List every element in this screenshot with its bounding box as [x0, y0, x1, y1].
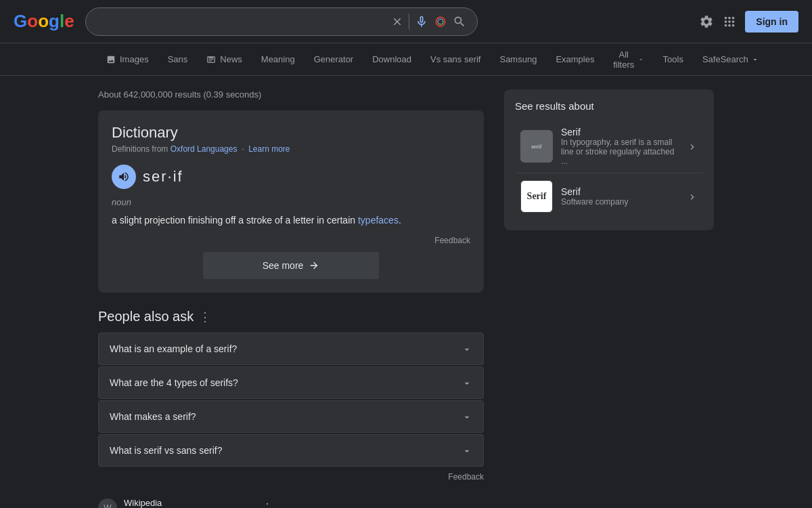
- sidebar-thumb-typography: serif: [520, 130, 553, 163]
- phonetic-text: ser·if: [143, 168, 183, 186]
- sidebar-chevron-0: [687, 140, 698, 152]
- search-divider: [409, 14, 409, 30]
- nav-right-controls: All filters Tools SafeSearch: [605, 45, 765, 74]
- sidebar-sub-software: Software company: [561, 197, 679, 207]
- paa-chevron-2: [461, 410, 472, 423]
- apps-button[interactable]: [722, 14, 737, 29]
- sidebar-chevron-1: [687, 190, 698, 203]
- sidebar-thumb-software: Serif: [520, 180, 553, 213]
- oxford-languages-link[interactable]: Oxford Languages: [171, 144, 238, 154]
- see-results-card: See results about serif Serif In typogra…: [504, 89, 714, 230]
- paa-feedback-row: Feedback: [98, 472, 484, 482]
- wiki-menu-button[interactable]: ⋮: [261, 501, 273, 508]
- nav-tabs: Images Sans News Meaning Generator Downl…: [0, 43, 812, 76]
- wiki-source-row: W Wikipedia https://en.wikipedia.org › w…: [98, 498, 484, 508]
- sidebar: See results about serif Serif In typogra…: [504, 89, 714, 508]
- header-right: Sign in: [699, 11, 798, 33]
- sidebar-info-typography: Serif In typography, a serif is a small …: [561, 127, 679, 166]
- tools-button[interactable]: Tools: [656, 50, 690, 68]
- paa-item-1[interactable]: What are the 4 types of serifs?: [98, 366, 484, 399]
- header: Google serif Sign in: [0, 0, 812, 43]
- dictionary-title: Dictionary: [112, 124, 470, 142]
- wiki-favicon: W: [98, 499, 117, 508]
- word-type: noun: [112, 197, 470, 207]
- safesearch-button[interactable]: SafeSearch: [696, 50, 766, 68]
- sidebar-item-serif-software[interactable]: Serif Serif Software company: [515, 173, 703, 219]
- results-count: About 642,000,000 results (0.39 seconds): [98, 89, 484, 100]
- paa-feedback-link[interactable]: Feedback: [448, 472, 484, 482]
- sidebar-sub-typography: In typography, a serif is a small line o…: [561, 137, 679, 166]
- wikipedia-result: W Wikipedia https://en.wikipedia.org › w…: [98, 498, 484, 508]
- learn-more-link[interactable]: Learn more: [248, 144, 290, 154]
- paa-item-2[interactable]: What makes a serif?: [98, 400, 484, 433]
- clear-button[interactable]: [391, 16, 403, 28]
- paa-menu-button[interactable]: ⋮: [199, 310, 211, 324]
- dictionary-card: Dictionary Definitions from Oxford Langu…: [98, 110, 484, 293]
- sidebar-name-software: Serif: [561, 186, 679, 197]
- tab-vs-sans-serif[interactable]: Vs sans serif: [422, 49, 489, 70]
- typefaces-link[interactable]: typefaces: [358, 215, 399, 226]
- sidebar-name-typography: Serif: [561, 127, 679, 137]
- dictionary-source: Definitions from Oxford Languages · Lear…: [112, 144, 470, 154]
- tab-sans[interactable]: Sans: [160, 49, 196, 70]
- paa-chevron-3: [461, 444, 472, 457]
- settings-button[interactable]: [699, 14, 714, 29]
- paa-chevron-1: [461, 377, 472, 389]
- wiki-site-name: Wikipedia: [124, 498, 252, 508]
- tab-generator[interactable]: Generator: [306, 49, 362, 70]
- definition-text: a slight projection finishing off a stro…: [112, 213, 470, 228]
- all-filters-button[interactable]: All filters: [605, 45, 650, 74]
- tab-download[interactable]: Download: [364, 49, 420, 70]
- paa-header: People also ask ⋮: [98, 309, 484, 324]
- paa-title: People also ask: [98, 309, 194, 324]
- people-also-ask-section: People also ask ⋮ What is an example of …: [98, 309, 484, 482]
- google-logo[interactable]: Google: [14, 11, 74, 32]
- see-more-button[interactable]: See more: [203, 252, 379, 279]
- pronunciation-row: ser·if: [112, 165, 470, 189]
- lens-button[interactable]: [434, 15, 447, 28]
- search-submit-button[interactable]: [453, 15, 466, 28]
- tab-meaning[interactable]: Meaning: [253, 49, 303, 70]
- voice-search-button[interactable]: [415, 15, 428, 28]
- paa-item-3[interactable]: What is serif vs sans serif?: [98, 434, 484, 467]
- see-results-title: See results about: [515, 100, 703, 112]
- paa-item-0[interactable]: What is an example of a serif?: [98, 333, 484, 365]
- svg-text:serif: serif: [531, 143, 542, 150]
- main-content: About 642,000,000 results (0.39 seconds)…: [98, 89, 484, 508]
- search-input[interactable]: serif: [97, 16, 386, 28]
- tab-images[interactable]: Images: [98, 49, 157, 70]
- tab-examples[interactable]: Examples: [547, 49, 602, 70]
- wiki-source-info: Wikipedia https://en.wikipedia.org › wik…: [124, 498, 252, 508]
- sidebar-item-serif-typography[interactable]: serif Serif In typography, a serif is a …: [515, 120, 703, 173]
- sign-in-button[interactable]: Sign in: [745, 11, 798, 33]
- sidebar-info-software: Serif Software company: [561, 186, 679, 207]
- speaker-button[interactable]: [112, 165, 136, 189]
- paa-chevron-0: [461, 343, 472, 355]
- dictionary-feedback-link[interactable]: Feedback: [434, 236, 470, 245]
- tab-news[interactable]: News: [198, 49, 250, 70]
- tab-samsung[interactable]: Samsung: [491, 49, 545, 70]
- content-area: About 642,000,000 results (0.39 seconds)…: [0, 76, 812, 508]
- search-bar: serif: [85, 7, 478, 36]
